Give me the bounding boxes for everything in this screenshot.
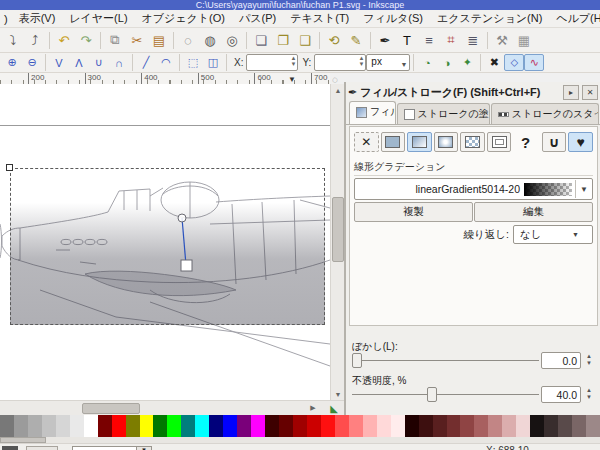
paste-style-icon[interactable]: ✎: [345, 30, 367, 51]
align-dialog-icon[interactable]: ≣: [462, 30, 484, 51]
palette-swatch[interactable]: [405, 415, 419, 437]
palette-swatch[interactable]: [447, 415, 461, 437]
zoom-page-icon[interactable]: ◎: [221, 30, 243, 51]
palette-swatch[interactable]: [391, 415, 405, 437]
palette-swatch[interactable]: [126, 415, 140, 437]
edit-mask-icon[interactable]: ◑: [437, 54, 457, 71]
import-icon[interactable]: ⤵: [2, 30, 24, 51]
scroll-right-icon[interactable]: ▶: [306, 402, 320, 414]
blur-spin-arrows[interactable]: ▲▼: [583, 353, 595, 369]
palette-swatch[interactable]: [167, 415, 181, 437]
palette-swatch[interactable]: [237, 415, 251, 437]
menu-item[interactable]: レイヤー(L): [62, 9, 134, 28]
object-to-path-icon[interactable]: ⬚: [183, 54, 203, 71]
palette-swatch[interactable]: [56, 415, 70, 437]
repeat-select[interactable]: なし ▼: [513, 225, 593, 244]
palette-swatch[interactable]: [223, 415, 237, 437]
palette-swatch[interactable]: [586, 415, 600, 437]
break-nodes-icon[interactable]: Λ: [69, 54, 89, 71]
paint-pattern-button[interactable]: [460, 132, 485, 152]
chevron-down-icon[interactable]: ▼: [575, 180, 592, 198]
paint-none-button[interactable]: ✕: [354, 132, 379, 152]
segment-line-icon[interactable]: ╱: [136, 54, 156, 71]
palette-swatch[interactable]: [14, 415, 28, 437]
palette-swatch[interactable]: [363, 415, 377, 437]
palette-swatch[interactable]: [98, 415, 112, 437]
node-handles-icon[interactable]: ⬦: [504, 54, 524, 71]
palette-swatch[interactable]: [335, 415, 349, 437]
palette-swatch[interactable]: [153, 415, 167, 437]
segment-curve-icon[interactable]: ◠: [156, 54, 176, 71]
palette-swatch[interactable]: [265, 415, 279, 437]
preferences-icon[interactable]: ⚒: [491, 30, 513, 51]
menu-item[interactable]: 表示(V): [12, 9, 63, 28]
blur-value-input[interactable]: 0.0: [541, 352, 581, 369]
stroke-indicator[interactable]: [26, 446, 58, 450]
status-field[interactable]: [72, 446, 138, 450]
stroke-to-path-icon[interactable]: ◫: [203, 54, 223, 71]
palette-swatch[interactable]: [502, 415, 516, 437]
path-outline-icon[interactable]: ∿: [524, 54, 544, 71]
palette-swatch[interactable]: [488, 415, 502, 437]
palette-swatch[interactable]: [195, 415, 209, 437]
paint-radial-gradient-button[interactable]: [434, 132, 459, 152]
palette-swatch[interactable]: [112, 415, 126, 437]
vertical-scroll-thumb[interactable]: [332, 197, 344, 262]
menu-item-fragment[interactable]: ): [2, 11, 10, 27]
palette-swatch[interactable]: [42, 415, 56, 437]
palette-swatch[interactable]: [321, 415, 335, 437]
menu-item[interactable]: フィルタ(S): [356, 9, 430, 28]
palette-swatch[interactable]: [349, 415, 363, 437]
paint-unknown-button[interactable]: ?: [513, 132, 538, 152]
xml-editor-icon[interactable]: ⌗: [440, 30, 462, 51]
fill-stroke-dialog-icon[interactable]: ✒: [374, 30, 396, 51]
delete-segment-icon[interactable]: ∩: [109, 54, 129, 71]
blur-slider[interactable]: [352, 360, 539, 361]
palette-swatch[interactable]: [251, 415, 265, 437]
zoom-selection-icon[interactable]: ◌: [177, 30, 199, 51]
horizontal-scrollbar[interactable]: ▶ ◣: [0, 400, 344, 415]
paint-linear-gradient-button[interactable]: [407, 132, 432, 152]
palette-swatch[interactable]: [28, 415, 42, 437]
cut-icon[interactable]: ✂: [126, 30, 148, 51]
unit-select[interactable]: px▼: [366, 54, 410, 71]
menu-item[interactable]: エクステンション(N): [430, 9, 549, 28]
transform-handles-icon[interactable]: ✖: [484, 54, 504, 71]
palette-swatch[interactable]: [558, 415, 572, 437]
palette-swatch[interactable]: [70, 415, 84, 437]
gradient-select[interactable]: linearGradient5014-20 ▼: [354, 178, 593, 200]
duplicate-gradient-button[interactable]: 複製: [354, 202, 473, 222]
paste-icon[interactable]: ▤: [148, 30, 170, 51]
join-segment-icon[interactable]: ∪: [89, 54, 109, 71]
opacity-slider-thumb[interactable]: [427, 387, 437, 402]
insert-node-icon[interactable]: ⊕: [2, 54, 22, 71]
menu-item[interactable]: テキスト(T): [283, 9, 356, 28]
status-dropdown[interactable]: ▼: [136, 446, 152, 450]
palette-swatch[interactable]: [307, 415, 321, 437]
panel-close-button[interactable]: ✕: [582, 85, 598, 100]
palette-swatch[interactable]: [474, 415, 488, 437]
palette-swatch[interactable]: [544, 415, 558, 437]
palette-swatch[interactable]: [140, 415, 154, 437]
paint-swatch-button[interactable]: [487, 132, 512, 152]
tab-fill[interactable]: フィル: [349, 101, 396, 124]
fill-rule-evenodd-button[interactable]: ∪: [542, 132, 567, 152]
y-coordinate-input[interactable]: ▲▼: [314, 54, 366, 71]
x-coordinate-input[interactable]: ▲▼: [246, 54, 298, 71]
palette-swatch[interactable]: [377, 415, 391, 437]
duplicate-icon[interactable]: ❏: [250, 30, 272, 51]
palette-swatch[interactable]: [460, 415, 474, 437]
fill-rule-nonzero-button[interactable]: ♥: [568, 132, 593, 152]
edit-gradient-button[interactable]: 編集: [474, 202, 593, 222]
paint-flat-button[interactable]: [381, 132, 406, 152]
scroll-down-icon[interactable]: ▼: [331, 388, 345, 400]
palette-swatch[interactable]: [516, 415, 530, 437]
tab-stroke-paint[interactable]: ストロークの塗り(P): [397, 103, 490, 124]
opacity-slider[interactable]: [352, 394, 539, 395]
clone-icon[interactable]: ❐: [272, 30, 294, 51]
path-effects-icon[interactable]: ✦: [457, 54, 477, 71]
canvas[interactable]: [0, 84, 330, 400]
tab-stroke-style[interactable]: ストロークのスタイル(Y): [491, 103, 599, 124]
layers-dialog-icon[interactable]: ≡: [418, 30, 440, 51]
palette-swatch[interactable]: [84, 415, 98, 437]
